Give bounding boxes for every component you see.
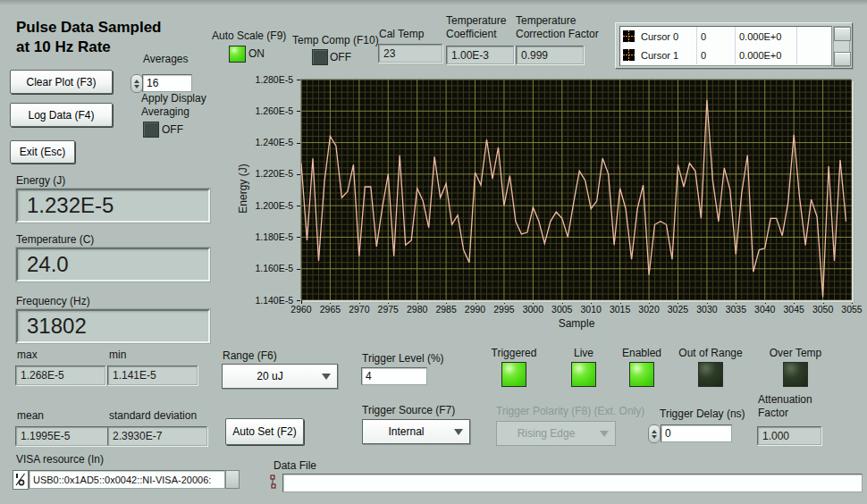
attenuation-factor-label: Attenuation Factor xyxy=(758,393,812,420)
trigger-polarity-dropdown: Rising Edge xyxy=(496,421,616,446)
x-tick-mark xyxy=(765,300,766,304)
attenuation-factor-value: 1.000 xyxy=(757,426,821,445)
led-label: Live xyxy=(574,347,593,359)
y-tick-label: 1.160E-5 xyxy=(229,263,293,273)
led-group-triggered: Triggered xyxy=(474,347,554,387)
x-tick-mark xyxy=(476,300,476,304)
x-tick-mark xyxy=(823,300,824,304)
led-on-icon xyxy=(501,362,526,387)
energy-value: 1.232E-5 xyxy=(16,189,210,223)
y-tick-mark xyxy=(297,80,300,80)
frequency-label: Frequency (Hz) xyxy=(16,295,90,307)
front-panel: { "title": {"line1": "Pulse Data Sampled… xyxy=(0,0,867,504)
trigger-source-label: Trigger Source (F7) xyxy=(362,404,455,416)
chevron-down-icon xyxy=(454,429,463,435)
x-tick-mark xyxy=(620,300,621,304)
x-tick-mark xyxy=(301,300,302,304)
frequency-value: 31802 xyxy=(16,309,210,343)
range-value: 20 uJ xyxy=(257,370,282,382)
x-tick-mark xyxy=(359,300,360,304)
max-label: max xyxy=(17,349,38,361)
led-label: Out of Range xyxy=(678,347,742,359)
visa-io-icon xyxy=(13,470,29,490)
led-off-icon xyxy=(783,362,808,387)
mean-label: mean xyxy=(17,409,44,422)
led-group-out-of-range: Out of Range xyxy=(670,347,751,387)
y-tick-mark xyxy=(297,206,300,206)
spinner-up-icon[interactable] xyxy=(652,430,657,433)
led-on-icon xyxy=(571,362,596,387)
x-axis-label: Sample xyxy=(550,317,603,330)
standard-deviation-value: 2.3930E-7 xyxy=(107,426,207,446)
max-value: 1.268E-5 xyxy=(15,365,105,385)
y-tick-label: 1.220E-5 xyxy=(229,168,293,179)
temperature-label: Temperature (C) xyxy=(16,233,94,246)
range-label: Range (F6) xyxy=(223,349,277,362)
trigger-delay-input[interactable]: 0 xyxy=(661,424,732,442)
x-tick-mark xyxy=(417,300,418,304)
x-tick-mark xyxy=(852,300,853,304)
x-tick-mark xyxy=(446,300,447,304)
min-value: 1.141E-5 xyxy=(107,365,198,385)
y-tick-mark xyxy=(297,111,300,112)
trigger-polarity-label: Trigger Polarity (F8) (Ext. Only) xyxy=(496,405,644,417)
auto-set-button[interactable]: Auto Set (F2) xyxy=(225,418,304,445)
energy-label: Energy (J) xyxy=(16,174,65,187)
visa-resource-control[interactable]: USB0::0x1AD5::0x0042::NI-VISA-20006: xyxy=(13,470,240,489)
x-tick-mark xyxy=(649,300,650,304)
y-tick-mark xyxy=(297,143,300,144)
led-off-icon xyxy=(698,362,723,387)
trigger-level-label: Trigger Level (%) xyxy=(362,352,444,365)
led-label: Over Temp xyxy=(770,347,821,359)
y-tick-label: 1.260E-5 xyxy=(229,105,293,116)
trigger-source-value: Internal xyxy=(388,425,424,438)
y-tick-label: 1.240E-5 xyxy=(229,137,293,147)
spinner-down-icon[interactable] xyxy=(652,435,657,439)
x-tick-mark xyxy=(388,300,389,304)
trigger-delay-label: Trigger Delay (ns) xyxy=(660,407,745,420)
x-tick-mark xyxy=(562,300,563,304)
x-tick-mark xyxy=(678,300,678,304)
y-tick-mark xyxy=(297,300,300,301)
y-tick-mark xyxy=(297,237,300,238)
y-tick-mark xyxy=(297,174,300,175)
y-tick-label: 1.200E-5 xyxy=(229,200,293,211)
range-dropdown[interactable]: 20 uJ xyxy=(222,364,338,389)
file-path-icon xyxy=(270,475,280,489)
led-label: Triggered xyxy=(492,347,537,359)
visa-resource-label: VISA resource (In) xyxy=(16,453,104,466)
data-file-input[interactable] xyxy=(282,474,863,492)
x-tick-mark xyxy=(736,300,737,304)
plot-area[interactable] xyxy=(301,80,852,300)
y-tick-label: 1.180E-5 xyxy=(229,231,293,242)
x-tick-mark xyxy=(591,300,592,304)
min-label: min xyxy=(109,349,126,361)
visa-resource-input[interactable]: USB0::0x1AD5::0x0042::NI-VISA-20006: xyxy=(29,470,225,489)
trigger-delay-spinner[interactable] xyxy=(648,424,661,443)
x-tick-mark xyxy=(533,300,534,304)
chevron-down-icon xyxy=(322,374,331,380)
x-tick-label: 3055 xyxy=(833,304,867,315)
chevron-down-icon xyxy=(600,431,609,437)
x-tick-mark xyxy=(330,300,331,304)
temperature-value: 24.0 xyxy=(16,248,210,281)
x-tick-mark xyxy=(707,300,708,304)
data-file-label: Data File xyxy=(274,459,316,472)
visa-dropdown-button[interactable] xyxy=(225,470,240,489)
led-group-over-temp: Over Temp xyxy=(755,347,836,387)
trigger-polarity-value: Rising Edge xyxy=(518,427,576,440)
led-label: Enabled xyxy=(622,347,661,359)
led-on-icon xyxy=(629,362,654,387)
trigger-level-input[interactable]: 4 xyxy=(361,367,427,385)
y-tick-mark xyxy=(297,269,300,270)
standard-deviation-label: standard deviation xyxy=(109,409,197,422)
mean-value: 1.1995E-5 xyxy=(15,426,112,446)
trigger-source-dropdown[interactable]: Internal xyxy=(362,419,470,444)
waveform-chart: Energy (J) 1.280E-51.260E-51.240E-51.220… xyxy=(0,0,867,357)
x-tick-mark xyxy=(504,300,505,304)
y-tick-label: 1.280E-5 xyxy=(229,74,293,85)
x-tick-mark xyxy=(794,300,795,304)
